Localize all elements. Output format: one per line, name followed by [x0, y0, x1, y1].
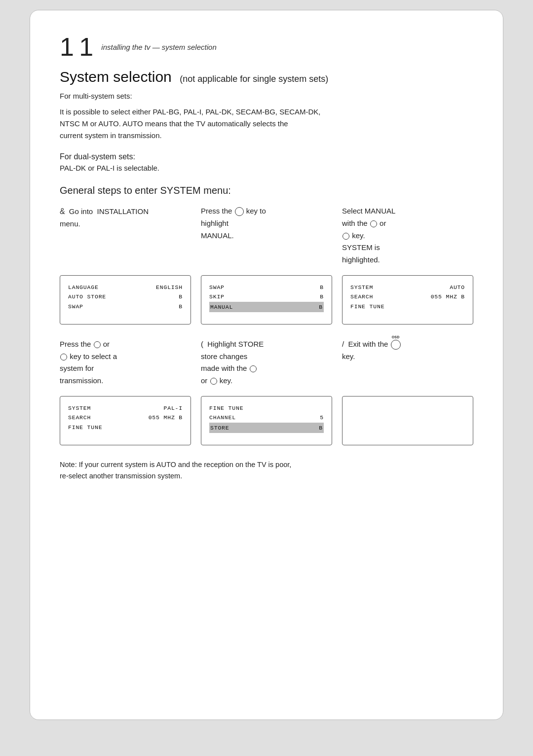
screen-box-1: LANGUAGE ENGLISH AUTO STORE B SWAP B: [60, 275, 191, 324]
screen2-manual-val: B: [319, 302, 323, 312]
step-3: Select MANUAL with the or key. SYSTEM is…: [342, 205, 473, 266]
section-title: System selection: [60, 69, 172, 85]
screen1-row2: AUTO STORE B: [68, 292, 183, 302]
screen5-store-label: STORE: [210, 423, 229, 433]
step6-prefix: /: [342, 340, 344, 348]
page-subtitle: installing the tv — system selection: [101, 43, 216, 51]
screen4-search-label: SEARCH: [68, 413, 91, 423]
screen5-store-val: B: [319, 423, 323, 433]
screen4-search-val: 055 MHZ B: [149, 413, 183, 423]
screen-box-5: FINE TUNE CHANNEL 5 STORE B: [201, 396, 332, 445]
screen2-skip-label: SKIP: [209, 292, 225, 302]
screen2-row1: SWAP B: [209, 283, 324, 292]
screens-row-2: SYSTEM PAL-I SEARCH 055 MHZ B FINE TUNE …: [60, 396, 473, 445]
screen4-row2: SEARCH 055 MHZ B: [68, 413, 183, 423]
screen5-finetune-label: FINE TUNE: [209, 403, 243, 413]
screen4-finetune-label: FINE TUNE: [68, 423, 102, 432]
osd-circle-wrap: OSD: [390, 338, 401, 351]
screen4-row3: FINE TUNE: [68, 423, 183, 432]
step5-prefix: (: [201, 340, 203, 348]
screen3-row2: SEARCH 055 MHZ B: [350, 292, 465, 302]
screen3-system-label: SYSTEM: [350, 283, 373, 292]
circle-icon-5: [60, 354, 67, 360]
screen1-row3: SWAP B: [68, 302, 183, 312]
steps-row-2: Press the or key to select a system for …: [60, 338, 473, 387]
step1-prefix: &: [60, 207, 65, 216]
screen1-swap-val: B: [179, 302, 183, 312]
screen2-swap-val: B: [320, 283, 324, 292]
section-title-note: (not applicable for single system sets): [180, 74, 328, 84]
multi-system-text: It is possible to select either PAL-BG, …: [60, 106, 473, 142]
circle-icon-4: [94, 341, 101, 348]
page-header: 1 1 installing the tv — system selection: [60, 34, 473, 60]
screen2-row2: SKIP B: [209, 292, 324, 302]
dual-system-label: For dual-system sets:: [60, 152, 473, 161]
screen1-lang-val: ENGLISH: [156, 283, 183, 292]
multi-system-label: For multi-system sets:: [60, 90, 473, 102]
osd-circle-icon: [391, 340, 401, 350]
step-1: & Go into INSTALLATIONmenu.: [60, 205, 191, 230]
screen3-search-val: 055 MHZ B: [431, 292, 465, 302]
steps-row-1: & Go into INSTALLATIONmenu. Press the ke…: [60, 205, 473, 266]
screen5-row1: FINE TUNE: [209, 403, 324, 413]
screen-box-3: SYSTEM AUTO SEARCH 055 MHZ B FINE TUNE: [342, 275, 473, 324]
screen3-finetune-label: FINE TUNE: [350, 302, 384, 312]
screen5-row2: CHANNEL 5: [209, 413, 324, 423]
screen2-skip-val: B: [320, 292, 324, 302]
step-6: / Exit with the OSD key.: [342, 338, 473, 363]
screen1-row1: LANGUAGE ENGLISH: [68, 283, 183, 292]
circle-icon-1: [235, 207, 244, 216]
circle-icon-2: [370, 220, 377, 227]
screen3-row1: SYSTEM AUTO: [350, 283, 465, 292]
screen2-row3-highlight: MANUAL B: [209, 302, 324, 313]
screen1-swap-label: SWAP: [68, 302, 83, 312]
screen5-row3-highlight: STORE B: [209, 423, 324, 433]
screen3-row3: FINE TUNE: [350, 302, 465, 312]
step-2: Press the key to highlight MANUAL.: [201, 205, 332, 242]
screen5-channel-val: 5: [320, 413, 324, 423]
osd-label: OSD: [392, 334, 400, 340]
screen1-autostore-label: AUTO STORE: [68, 292, 106, 302]
general-steps-title: General steps to enter SYSTEM menu:: [60, 185, 473, 196]
screen4-system-label: SYSTEM: [68, 403, 91, 413]
screen-box-2: SWAP B SKIP B MANUAL B: [201, 275, 332, 324]
screens-row-1: LANGUAGE ENGLISH AUTO STORE B SWAP B SWA…: [60, 275, 473, 324]
step-5: ( Highlight STORE store changes made wit…: [201, 338, 332, 387]
screen2-manual-label: MANUAL: [210, 302, 233, 312]
circle-icon-6: [250, 365, 257, 372]
circle-icon-7: [210, 378, 217, 385]
screen1-lang-label: LANGUAGE: [68, 283, 99, 292]
dual-system-text: PAL-DK or PAL-I is selectable.: [60, 162, 473, 174]
screen2-swap-label: SWAP: [209, 283, 225, 292]
page-number: 1 1: [60, 34, 92, 60]
note-text: Note: If your current system is AUTO and…: [60, 459, 473, 482]
screen3-system-val: AUTO: [450, 283, 465, 292]
screen3-search-label: SEARCH: [350, 292, 373, 302]
screen1-autostore-val: B: [179, 292, 183, 302]
step-4: Press the or key to select a system for …: [60, 338, 191, 387]
screen-box-4: SYSTEM PAL-I SEARCH 055 MHZ B FINE TUNE: [60, 396, 191, 445]
screen-box-6: [342, 396, 473, 445]
page: 1 1 installing the tv — system selection…: [30, 10, 503, 720]
circle-icon-3: [343, 233, 349, 240]
screen5-channel-label: CHANNEL: [209, 413, 236, 423]
screen4-row1: SYSTEM PAL-I: [68, 403, 183, 413]
screen4-system-val: PAL-I: [163, 403, 183, 413]
